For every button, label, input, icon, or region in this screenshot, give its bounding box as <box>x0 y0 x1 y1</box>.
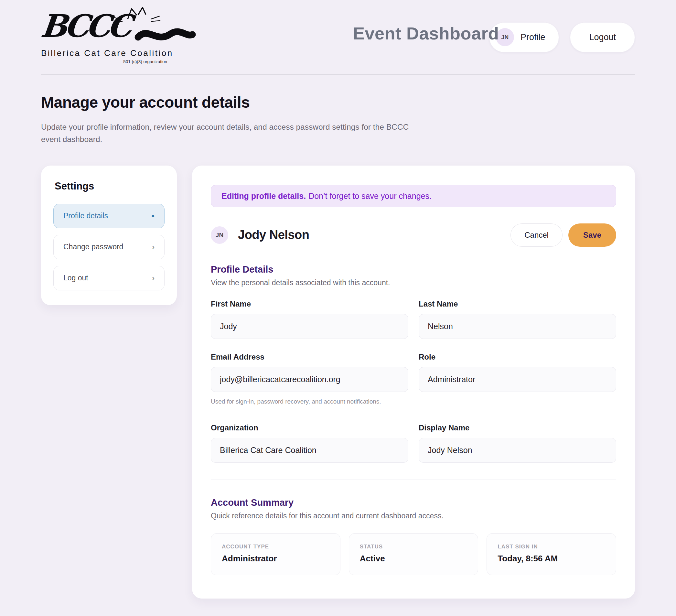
page-subtitle: Update your profile information, review … <box>41 121 411 146</box>
status-label: STATUS <box>360 544 467 550</box>
sidebar-item-label: Change password <box>63 242 123 251</box>
last-name-field-group: Last Name <box>419 299 616 339</box>
profile-form: First Name Last Name Email Address Used … <box>211 299 616 463</box>
organization-field-group: Organization <box>211 423 408 463</box>
logout-button[interactable]: Logout <box>570 22 635 52</box>
section-divider <box>211 480 616 480</box>
page-header-title: Event Dashboard <box>353 23 499 43</box>
bccc-logo-name: Billerica Cat Care Coalition <box>41 48 170 58</box>
last-name-input[interactable] <box>419 314 616 339</box>
account-type-value: Administrator <box>222 554 329 564</box>
app-header: BCCC Billerica Cat Care Coalition 501 (c… <box>41 0 635 75</box>
role-field-group: Role <box>419 352 616 405</box>
account-type-label: ACCOUNT TYPE <box>222 544 329 550</box>
role-input[interactable] <box>419 367 616 392</box>
editing-banner: Editing profile details.Don’t forget to … <box>211 185 616 207</box>
sidebar-item-change-password[interactable]: Change password › <box>53 235 165 259</box>
editing-banner-message: Don’t forget to save your changes. <box>308 191 432 201</box>
last-name-label: Last Name <box>419 299 616 309</box>
email-label: Email Address <box>211 352 408 361</box>
email-input[interactable] <box>211 367 408 392</box>
account-summary-heading: Account Summary <box>211 497 616 508</box>
bccc-logo-tagline: 501 (c)(3) organization <box>41 59 167 64</box>
first-name-label: First Name <box>211 299 408 309</box>
header-actions: JN Profile Logout <box>489 22 635 52</box>
email-helper-text: Used for sign-in, password recovery, and… <box>211 398 408 405</box>
editor-header: JN Jody Nelson Cancel Save <box>211 223 616 247</box>
account-type-card: ACCOUNT TYPE Administrator <box>211 533 340 575</box>
cat-ears-tail-icon <box>41 6 209 48</box>
email-field-group: Email Address Used for sign-in, password… <box>211 352 408 405</box>
organization-input[interactable] <box>211 438 408 463</box>
status-card: STATUS Active <box>349 533 478 575</box>
save-button[interactable]: Save <box>568 223 616 247</box>
user-name: Jody Nelson <box>238 228 309 242</box>
account-summary-description: Quick reference details for this account… <box>211 512 616 520</box>
chevron-right-icon: › <box>152 243 155 251</box>
sidebar-title: Settings <box>55 180 165 192</box>
organization-label: Organization <box>211 423 408 432</box>
last-sign-in-label: LAST SIGN IN <box>498 544 605 550</box>
account-details-card: Editing profile details.Don’t forget to … <box>192 166 635 599</box>
display-name-field-group: Display Name <box>419 423 616 463</box>
active-dot-icon: • <box>151 212 155 221</box>
profile-details-description: View the personal details associated wit… <box>211 278 616 287</box>
sidebar-item-log-out[interactable]: Log out › <box>53 266 165 290</box>
editing-banner-bold: Editing profile details. <box>221 191 306 201</box>
chevron-right-icon: › <box>152 274 155 282</box>
profile-button-label: Profile <box>520 32 545 42</box>
bccc-logo: BCCC Billerica Cat Care Coalition 501 (c… <box>41 11 170 64</box>
content-area: Settings Profile details • Change passwo… <box>41 166 635 616</box>
settings-sidebar: Settings Profile details • Change passwo… <box>41 166 177 305</box>
first-name-field-group: First Name <box>211 299 408 339</box>
profile-details-heading: Profile Details <box>211 264 616 275</box>
first-name-input[interactable] <box>211 314 408 339</box>
page-title: Manage your account details <box>41 94 635 111</box>
sidebar-item-label: Profile details <box>63 212 108 220</box>
role-label: Role <box>419 352 616 361</box>
sidebar-item-profile-details[interactable]: Profile details • <box>53 204 165 228</box>
status-value: Active <box>360 554 467 564</box>
profile-button[interactable]: JN Profile <box>489 22 559 52</box>
last-sign-in-card: LAST SIGN IN Today, 8:56 AM <box>487 533 616 575</box>
editor-actions: Cancel Save <box>510 223 616 247</box>
account-summary-grid: ACCOUNT TYPE Administrator STATUS Active… <box>211 533 616 575</box>
avatar: JN <box>211 226 228 244</box>
sidebar-item-label: Log out <box>63 274 88 282</box>
logout-button-label: Logout <box>589 32 616 42</box>
cancel-button[interactable]: Cancel <box>510 223 563 247</box>
display-name-input[interactable] <box>419 438 616 463</box>
bccc-logo-script: BCCC <box>41 11 170 46</box>
display-name-label: Display Name <box>419 423 616 432</box>
last-sign-in-value: Today, 8:56 AM <box>498 554 605 564</box>
